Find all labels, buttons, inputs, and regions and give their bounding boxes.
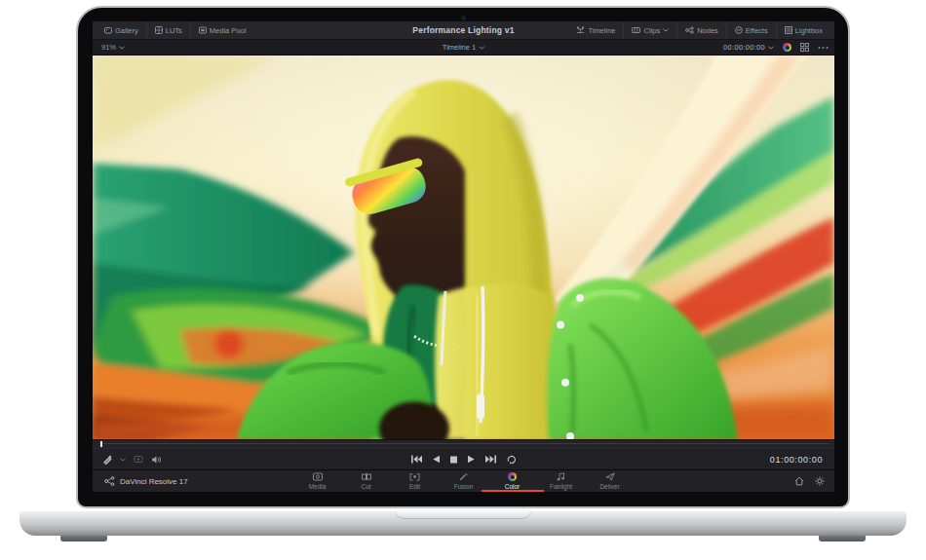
- luts-button[interactable]: LUTs: [146, 21, 190, 39]
- app-name: DaVinci Resolve 17: [120, 477, 188, 486]
- scrub-track: [98, 443, 829, 444]
- nodes-icon: [685, 26, 694, 34]
- deliver-page-icon: [605, 472, 615, 481]
- tab-media-label: Media: [309, 483, 327, 490]
- fusion-page-icon: [459, 472, 469, 481]
- gallery-button[interactable]: Gallery: [96, 21, 146, 39]
- playhead[interactable]: [100, 441, 102, 447]
- loop-button[interactable]: [506, 455, 517, 465]
- play-reverse-button[interactable]: [432, 455, 440, 464]
- webcam-dot: [461, 16, 466, 20]
- macbook-laptop: Gallery LUTs Media Pool Performance Ligh…: [0, 0, 926, 560]
- media-pool-button[interactable]: Media Pool: [190, 21, 254, 39]
- top-toolbar: Gallery LUTs Media Pool Performance Ligh…: [93, 21, 834, 40]
- tab-cut-label: Cut: [361, 483, 370, 490]
- chevron-down-icon[interactable]: [120, 458, 126, 462]
- nodes-button[interactable]: Nodes: [676, 21, 726, 39]
- lid-notch: [395, 510, 531, 519]
- play-button[interactable]: [467, 455, 475, 464]
- chevron-down-icon: [119, 46, 125, 50]
- tab-color-label: Color: [505, 483, 521, 490]
- clips-icon: [632, 26, 640, 34]
- color-management-icon[interactable]: [783, 43, 791, 52]
- master-timecode: 01:00:00:00: [770, 455, 823, 465]
- timeline-select[interactable]: Timeline 1: [443, 40, 484, 55]
- home-icon[interactable]: [794, 476, 804, 486]
- davinci-resolve-logo: [104, 476, 115, 486]
- laptop-base: [19, 510, 907, 536]
- transport-bar: 01:00:00:00: [93, 448, 834, 469]
- speaker-icon[interactable]: [151, 455, 162, 465]
- timeline-icon: [576, 26, 585, 34]
- tab-deliver-label: Deliver: [599, 483, 619, 490]
- tab-fusion[interactable]: Fusion: [440, 470, 488, 492]
- edit-page-icon: [409, 472, 420, 481]
- davinci-resolve-window: Gallery LUTs Media Pool Performance Ligh…: [93, 21, 834, 492]
- clips-button[interactable]: Clips: [623, 21, 676, 39]
- clips-label: Clips: [643, 26, 660, 35]
- page-tabs: Media Cut Edit Fusion: [293, 470, 635, 492]
- effects-label: Effects: [746, 26, 768, 35]
- tab-fairlight-label: Fairlight: [550, 483, 572, 490]
- gallery-label: Gallery: [115, 26, 138, 35]
- stop-button[interactable]: [449, 456, 457, 464]
- gallery-icon: [104, 26, 112, 34]
- chevron-down-icon: [479, 46, 484, 50]
- grab-still-icon[interactable]: [134, 455, 143, 464]
- timeline-label: Timeline: [588, 26, 615, 35]
- settings-icon[interactable]: [815, 476, 825, 486]
- page-bar-right: [794, 476, 825, 486]
- skip-end-button[interactable]: [484, 455, 496, 464]
- zoom-level-select[interactable]: 91%: [93, 40, 134, 55]
- lightbox-icon: [785, 26, 792, 34]
- media-pool-icon: [199, 26, 207, 34]
- cut-page-icon: [362, 472, 371, 481]
- laptop-lid: Gallery LUTs Media Pool Performance Ligh…: [76, 6, 850, 508]
- tab-cut[interactable]: Cut: [342, 470, 391, 492]
- transport-controls: [410, 455, 517, 465]
- tab-color[interactable]: Color: [488, 470, 537, 492]
- right-button-group: Timeline Clips Nodes Effects: [568, 21, 830, 39]
- media-pool-label: Media Pool: [210, 26, 247, 35]
- color-page-viewer: [93, 56, 834, 439]
- viewer-tools: [102, 455, 162, 465]
- tab-fairlight[interactable]: Fairlight: [537, 470, 586, 492]
- viewer-scrub-bar[interactable]: [93, 439, 834, 448]
- chevron-down-icon: [768, 46, 774, 50]
- luts-icon: [155, 26, 163, 34]
- viewer-timecode-select[interactable]: 00:00:00:00: [723, 43, 774, 52]
- effects-button[interactable]: Effects: [726, 21, 776, 39]
- left-button-group: Gallery LUTs Media Pool: [96, 21, 253, 39]
- tab-edit[interactable]: Edit: [391, 470, 440, 492]
- project-title: Performance Lighting v1: [412, 21, 514, 39]
- lightbox-button[interactable]: Lightbox: [776, 21, 830, 39]
- more-options-icon[interactable]: [818, 46, 829, 50]
- nodes-label: Nodes: [697, 26, 718, 35]
- viewer-timecode: 00:00:00:00: [723, 43, 765, 52]
- viewer-toolbar: 91% Timeline 1 00:00:00:00: [93, 40, 834, 56]
- color-picker-icon[interactable]: [102, 455, 112, 465]
- page-bar: DaVinci Resolve 17 Media Cut Edit: [93, 469, 834, 492]
- tab-edit-label: Edit: [409, 483, 420, 490]
- performance-lighting-artwork: [93, 56, 834, 439]
- viewer-toolbar-right: 00:00:00:00: [723, 40, 829, 55]
- skip-start-button[interactable]: [410, 455, 422, 464]
- zoom-level-value: 91%: [101, 43, 116, 52]
- app-identity: DaVinci Resolve 17: [104, 476, 188, 486]
- timeline-name: Timeline 1: [443, 43, 476, 52]
- fairlight-page-icon: [557, 472, 565, 481]
- split-screen-icon[interactable]: [800, 43, 809, 52]
- tab-fusion-label: Fusion: [454, 483, 474, 490]
- effects-icon: [735, 26, 743, 34]
- media-page-icon: [313, 472, 323, 481]
- timeline-button[interactable]: Timeline: [568, 21, 623, 39]
- tab-media[interactable]: Media: [293, 470, 342, 492]
- luts-label: LUTs: [166, 26, 182, 35]
- lightbox-label: Lightbox: [795, 26, 823, 35]
- color-page-icon: [508, 472, 517, 481]
- tab-deliver[interactable]: Deliver: [586, 470, 635, 492]
- chevron-down-icon: [663, 28, 669, 32]
